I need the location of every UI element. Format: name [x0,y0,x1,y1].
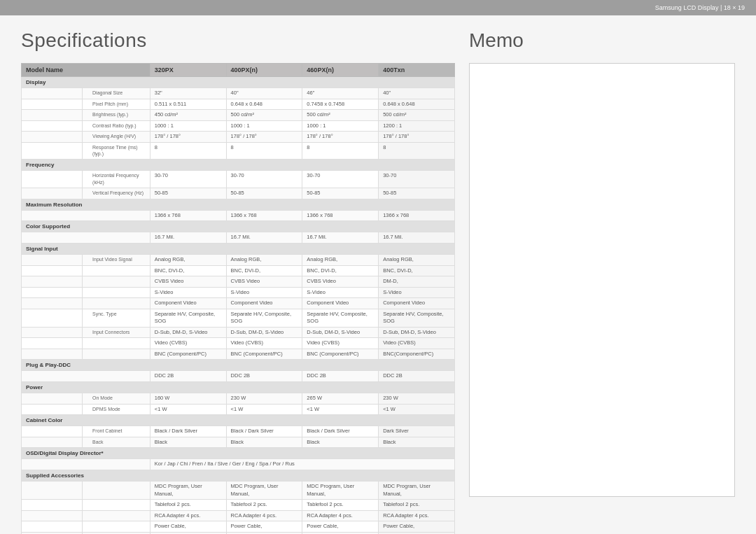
table-row: Contrast Ratio (typ.)1000 : 11000 : 1100… [22,120,455,132]
table-row: DDC 2BDDC 2BDDC 2BDDC 2B [22,371,455,382]
memo-title: Memo [469,29,735,52]
table-row: 16.7 Mil.16.7 Mil.16.7 Mil.16.7 Mil. [22,232,455,244]
table-row: Display [22,77,455,88]
table-row: S-VideoS-VideoS-VideoS-Video [22,287,455,298]
table-row: Viewing Angle (H/V)178° / 178°178° / 178… [22,132,455,143]
table-row: DPMS Mode<1 W<1 W<1 W<1 W [22,404,455,415]
table-row: RCA Adapter 4 pcs.RCA Adapter 4 pcs.RCA … [22,510,455,521]
table-row: Brightness (typ.)450 cd/m²500 cd/m²500 c… [22,110,455,121]
table-row: Color Supported [22,221,455,232]
table-row: Response Time (ms) (typ.)8888 [22,142,455,160]
table-row: Cabinet Color [22,415,455,426]
top-bar-text: Samsung LCD Display | 18 × 19 [655,4,745,11]
specs-title: Specifications [21,29,455,52]
table-row: Maximum Resolution [22,199,455,210]
table-row: Plug & Play-DDC [22,360,455,371]
specs-table: Model Name 320PX 400PX(n) 460PX(n) 400Tx… [21,63,455,534]
table-row: Signal Input [22,243,455,254]
table-row: BNC (Component/PC)BNC (Component/PC)BNC … [22,349,455,360]
table-row: MDC Program, User Manual,MDC Program, Us… [22,482,455,500]
memo-section: Memo [469,29,735,534]
col-400t-header: 400Txn [379,64,455,77]
table-row: BNC, DVI-D,BNC, DVI-D,BNC, DVI-D,BNC, DV… [22,265,455,276]
top-bar: Samsung LCD Display | 18 × 19 [0,0,756,15]
table-row: CVBS VideoCVBS VideoCVBS VideoDM-D, [22,276,455,288]
table-row: BackBlackBlackBlackBlack [22,437,455,448]
table-row: Kor / Jap / Chi / Fren / Ita / Slve / Ge… [22,459,455,470]
table-row: Video (CVBS)Video (CVBS)Video (CVBS)Vide… [22,338,455,349]
table-row: Input Video SignalAnalog RGB,Analog RGB,… [22,255,455,266]
table-row: Front CabinetBlack / Dark SilverBlack / … [22,426,455,437]
table-row: Vertical Frequency (Hz)50-8550-8550-8550… [22,188,455,199]
col-320-header: 320PX [150,64,226,77]
table-row: Horizontal Frequency (kHz)30-7030-7030-7… [22,171,455,188]
col-400-header: 400PX(n) [226,64,302,77]
specs-section: Specifications Model Name 320PX 400PX(n)… [21,29,455,534]
table-row: Diagonal Size32"40"46"40" [22,88,455,99]
table-row: Component VideoComponent VideoComponent … [22,298,455,309]
model-name-header: Model Name [22,64,150,77]
table-row: Power Cable,Power Cable,Power Cable,Powe… [22,521,455,533]
table-header-row: Model Name 320PX 400PX(n) 460PX(n) 400Tx… [22,64,455,77]
table-row: 1366 x 7681366 x 7681366 x 7681366 x 768 [22,210,455,221]
col-460-header: 460PX(n) [302,64,379,77]
table-row: Power [22,381,455,393]
table-row: Tablefool 2 pcs.Tablefool 2 pcs.Tablefoo… [22,500,455,511]
table-row: OSD/Digital Display Director* [22,448,455,459]
table-row: Supplied Accessories [22,470,455,481]
table-row: Frequency [22,160,455,171]
table-row: Pixel Pitch (mm)0.511 x 0.5110.648 x 0.6… [22,99,455,110]
table-row: Sync. TypeSeparate H/V, Composite, SOGSe… [22,309,455,327]
memo-box[interactable] [469,63,735,497]
table-row: Input ConnectorsD-Sub, DM-D, S-VideoD-Su… [22,327,455,338]
table-row: On Mode160 W230 W265 W230 W [22,393,455,405]
